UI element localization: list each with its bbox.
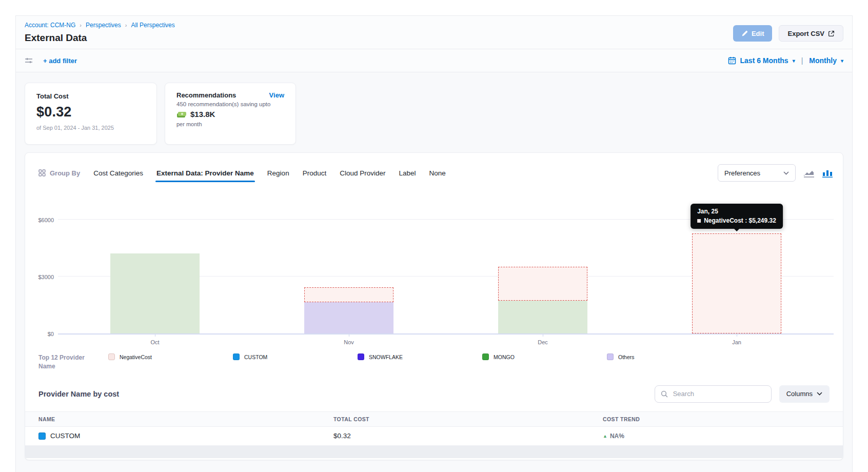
chart-tooltip: Jan, 25NegativeCost : $5,249.32 [691, 204, 783, 229]
tab-external-data-provider-name[interactable]: External Data: Provider Name [156, 169, 254, 177]
group-by-tabs: Cost CategoriesExternal Data: Provider N… [93, 169, 446, 177]
bar-segment-others[interactable] [304, 302, 393, 333]
group-by-label-wrap: Group By [38, 169, 80, 177]
savings-amount: $13.8K [190, 110, 215, 119]
trend-value: NA% [610, 432, 624, 440]
edit-button[interactable]: Edit [733, 25, 773, 42]
row-cost-trend: ▲NA% [603, 432, 843, 440]
x-axis-label: Dec [446, 339, 640, 345]
table-header-cell: COST TREND [603, 416, 843, 422]
total-cost-card: Total Cost $0.32 of Sep 01, 2024 - Jan 3… [25, 83, 157, 145]
stacked-bar-chart: $0$3000$6000Jan, 25NegativeCost : $5,249… [25, 197, 843, 345]
preferences-dropdown[interactable]: Preferences [718, 164, 796, 182]
tab-label[interactable]: Label [399, 169, 416, 177]
perspective-main-card: Group By Cost CategoriesExternal Data: P… [25, 152, 843, 460]
tab-cost-categories[interactable]: Cost Categories [93, 169, 143, 177]
recommendations-per-month: per month [176, 121, 284, 127]
total-cost-value: $0.32 [36, 104, 145, 120]
x-axis-label: Jan [640, 339, 834, 345]
divider: | [801, 56, 803, 65]
granularity-dropdown[interactable]: Monthly [809, 56, 837, 65]
legend-items: NegativeCostCUSTOMSNOWFLAKEMONGOOthers [90, 353, 834, 360]
chart-slots: Jan, 25NegativeCost : $5,249.32 [58, 197, 834, 333]
legend-swatch [233, 353, 240, 360]
bar-segment-mongo[interactable] [498, 301, 587, 333]
breadcrumb-separator: › [125, 22, 127, 28]
page-header: Account: CCM-NG›Perspectives›All Perspec… [16, 16, 852, 49]
x-axis-label: Oct [58, 339, 252, 345]
total-cost-period: of Sep 01, 2024 - Jan 31, 2025 [36, 125, 145, 131]
breadcrumb-link[interactable]: Perspectives [86, 22, 121, 29]
breadcrumb-link[interactable]: Account: CCM-NG [25, 22, 75, 29]
y-axis-label: $6000 [28, 217, 54, 223]
bar-segment-mongo[interactable] [110, 253, 200, 333]
bar-stack-jan [692, 233, 781, 333]
table-footer-strip [25, 446, 843, 458]
chart-controls: Preferences [718, 164, 833, 182]
app-frame: Account: CCM-NG›Perspectives›All Perspec… [15, 15, 853, 472]
chart-plot-area: $0$3000$6000Jan, 25NegativeCost : $5,249… [58, 197, 834, 335]
view-recommendations-link[interactable]: View [269, 91, 284, 99]
search-input[interactable] [672, 389, 765, 398]
breadcrumb-separator: › [80, 22, 82, 28]
chevron-down-icon: ▾ [793, 58, 795, 64]
x-axis-tick [737, 335, 737, 337]
x-axis-tick [543, 335, 543, 337]
legend-swatch [607, 353, 614, 360]
date-range-dropdown[interactable]: Last 6 Months [740, 56, 788, 65]
legend-label: MONGO [494, 354, 515, 360]
chevron-down-icon [817, 392, 822, 396]
chart-x-axis: OctNovDecJan [58, 335, 834, 345]
add-filter-button[interactable]: + add filter [43, 57, 77, 65]
area-chart-toggle-icon[interactable] [803, 169, 815, 178]
columns-button[interactable]: Columns [779, 385, 830, 403]
x-axis-tick [155, 335, 155, 337]
tab-product[interactable]: Product [303, 169, 327, 177]
edit-button-label: Edit [752, 30, 764, 37]
chart-slot-oct [58, 197, 252, 333]
legend-item-custom[interactable]: CUSTOM [233, 353, 358, 360]
bar-chart-toggle-icon[interactable] [822, 169, 833, 178]
header-actions: Edit Export CSV [733, 25, 843, 42]
y-axis-label: $3000 [28, 274, 54, 280]
external-link-icon [828, 30, 835, 37]
breadcrumb: Account: CCM-NG›Perspectives›All Perspec… [25, 22, 843, 29]
grid-icon [38, 169, 46, 176]
legend-item-snowflake[interactable]: SNOWFLAKE [358, 353, 482, 360]
group-by-label: Group By [50, 169, 80, 177]
tab-region[interactable]: Region [267, 169, 289, 177]
legend-label: NegativeCost [120, 354, 152, 360]
tooltip-title: Jan, 25 [697, 208, 776, 215]
filter-bar: + add filter Last 6 Months ▾ | Monthly ▾ [16, 49, 852, 72]
bar-stack-dec [498, 267, 587, 333]
bar-segment-negativecost[interactable] [304, 287, 393, 302]
breadcrumb-link[interactable]: All Perspectives [131, 22, 174, 29]
legend-label: Others [618, 354, 635, 360]
bar-segment-negativecost[interactable] [692, 233, 781, 333]
table-row[interactable]: CUSTOM$0.32▲NA% [25, 427, 843, 446]
tooltip-value: NegativeCost : $5,249.32 [704, 217, 776, 224]
x-axis-label: Nov [252, 339, 446, 345]
bar-segment-negativecost[interactable] [498, 267, 587, 301]
chart-slot-jan: Jan, 25NegativeCost : $5,249.32 [640, 197, 834, 333]
row-total-cost: $0.32 [333, 432, 603, 440]
legend-label: CUSTOM [244, 354, 267, 360]
legend-item-others[interactable]: Others [607, 353, 732, 360]
total-cost-title: Total Cost [36, 92, 145, 100]
filter-sliders-icon[interactable] [25, 56, 33, 65]
legend-item-mongo[interactable]: MONGO [482, 353, 607, 360]
legend-item-negativecost[interactable]: NegativeCost [108, 353, 233, 360]
x-axis-tick [349, 335, 349, 337]
table-search[interactable] [655, 385, 772, 403]
recommendations-card: Recommendations View 450 recommendation(… [165, 83, 296, 145]
y-axis-label: $0 [28, 331, 54, 337]
tab-cloud-provider[interactable]: Cloud Provider [340, 169, 385, 177]
export-csv-label: Export CSV [787, 30, 824, 37]
table-header-row: NAMETOTAL COSTCOST TREND [25, 411, 843, 427]
group-by-row: Group By Cost CategoriesExternal Data: P… [25, 153, 843, 182]
money-icon [176, 110, 187, 119]
page-title: External Data [25, 32, 843, 44]
export-csv-button[interactable]: Export CSV [779, 25, 843, 42]
tab-none[interactable]: None [429, 169, 446, 177]
chevron-down-icon [783, 171, 789, 175]
